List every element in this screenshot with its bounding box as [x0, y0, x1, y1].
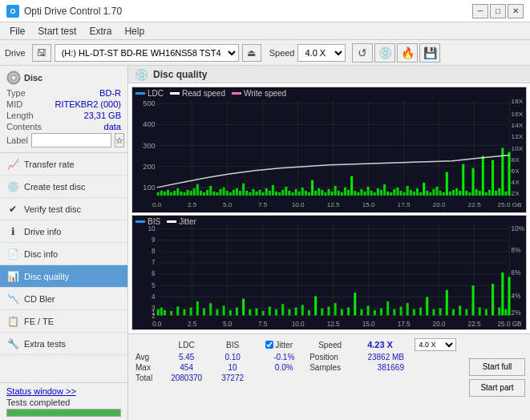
avg-spacer — [253, 352, 261, 362]
disc-label-row: Label ☆ — [6, 133, 121, 147]
menu-file[interactable]: File — [3, 24, 31, 38]
svg-rect-246 — [479, 308, 481, 316]
disc-svg-icon — [6, 71, 21, 85]
svg-rect-56 — [200, 191, 202, 196]
eject-button[interactable]: ⏏ — [242, 44, 261, 62]
top-chart-legend: LDC Read speed Write speed — [136, 89, 286, 98]
samples-value: 381669 — [353, 362, 407, 373]
refresh-button[interactable]: ↺ — [352, 43, 373, 63]
sidebar-item-cd-bler[interactable]: 📉 CD Bler — [0, 288, 127, 310]
speed-select-stats[interactable]: 4.0 X — [415, 338, 456, 351]
samples-label: Samples — [307, 362, 353, 373]
drive-select[interactable]: (H:) HL-DT-ST BD-RE WH16NS58 TST4 — [55, 44, 239, 62]
svg-rect-230 — [374, 310, 376, 316]
close-button[interactable]: ✕ — [508, 4, 524, 18]
ldc-legend: LDC — [136, 89, 164, 98]
verify-test-disc-icon: ✔ — [6, 203, 19, 216]
svg-rect-86 — [298, 192, 301, 196]
read-speed-legend: Read speed — [170, 89, 225, 98]
drivebar: Drive 🖫 (H:) HL-DT-ST BD-RE WH16NS58 TST… — [0, 40, 530, 66]
svg-rect-58 — [206, 190, 208, 196]
svg-text:0.0: 0.0 — [152, 319, 162, 327]
fe-te-icon: 📋 — [6, 315, 19, 328]
svg-rect-218 — [295, 308, 297, 316]
svg-rect-242 — [452, 309, 455, 316]
start-full-button[interactable]: Start full — [469, 358, 525, 376]
svg-rect-72 — [252, 189, 254, 196]
speed-select[interactable]: 4.0 X — [297, 44, 346, 62]
svg-rect-222 — [321, 309, 323, 316]
svg-text:18X: 18X — [512, 98, 524, 105]
total-jitter — [261, 373, 307, 383]
write-speed-legend-label: Write speed — [244, 89, 286, 98]
svg-rect-243 — [459, 306, 461, 316]
sidebar-item-transfer-rate[interactable]: 📈 Transfer rate — [0, 153, 127, 176]
svg-rect-84 — [291, 192, 293, 196]
svg-rect-119 — [407, 186, 409, 196]
chart-area: LDC Read speed Write speed — [128, 83, 530, 333]
svg-text:2%: 2% — [512, 309, 521, 317]
svg-rect-142 — [482, 156, 484, 196]
svg-text:22.5: 22.5 — [468, 319, 481, 327]
svg-text:2.5: 2.5 — [188, 319, 197, 327]
svg-rect-200 — [176, 307, 179, 316]
svg-rect-149 — [504, 192, 507, 196]
burn-button[interactable]: 🔥 — [397, 43, 418, 63]
sidebar-item-drive-info[interactable]: ℹ Drive info — [0, 220, 127, 243]
svg-rect-197 — [160, 308, 163, 316]
svg-rect-91 — [314, 191, 317, 196]
svg-rect-87 — [301, 188, 304, 196]
disc-button[interactable]: 💿 — [374, 43, 395, 63]
svg-rect-101 — [347, 190, 350, 196]
menu-extra[interactable]: Extra — [83, 24, 118, 38]
disc-label-button[interactable]: ☆ — [115, 133, 124, 147]
sidebar-item-disc-info[interactable]: 📄 Disc info — [0, 243, 127, 265]
svg-rect-249 — [498, 308, 500, 316]
disc-type-label: Type — [6, 88, 26, 98]
svg-text:500: 500 — [143, 99, 155, 107]
svg-rect-216 — [281, 304, 284, 315]
svg-rect-54 — [193, 188, 196, 196]
content-area: 💿 Disc quality LDC Read speed — [128, 66, 530, 420]
avg-label: Avg — [133, 352, 160, 362]
svg-rect-245 — [471, 285, 474, 315]
svg-rect-62 — [219, 189, 221, 196]
svg-text:20.0: 20.0 — [433, 319, 446, 327]
drive-label: Drive — [5, 48, 26, 58]
sidebar-item-disc-quality[interactable]: 📊 Disc quality — [0, 265, 127, 288]
speed-value-header: 4.23 X — [353, 337, 407, 352]
svg-rect-147 — [498, 188, 500, 196]
svg-rect-129 — [439, 191, 442, 196]
sidebar-item-create-test-disc[interactable]: 💿 Create test disc — [0, 176, 127, 198]
start-part-button[interactable]: Start part — [469, 379, 525, 397]
svg-rect-93 — [321, 190, 323, 196]
content-header-title: Disc quality — [153, 69, 207, 80]
svg-rect-214 — [269, 307, 271, 316]
top-chart: LDC Read speed Write speed — [131, 87, 527, 213]
titlebar-left: O Opti Drive Control 1.70 — [6, 5, 122, 18]
menu-start-test[interactable]: Start test — [31, 24, 83, 38]
sidebar-item-extra-tests[interactable]: 🔧 Extra tests — [0, 333, 127, 355]
svg-rect-215 — [275, 309, 277, 316]
svg-text:1: 1 — [152, 309, 156, 317]
sidebar-item-verify-test-disc[interactable]: ✔ Verify test disc — [0, 198, 127, 220]
svg-text:8X: 8X — [512, 156, 520, 164]
jitter-checkbox[interactable] — [265, 341, 273, 349]
menu-help[interactable]: Help — [118, 24, 151, 38]
total-ldc: 2080370 — [160, 373, 212, 383]
col-spacer — [253, 337, 261, 352]
sidebar-item-fe-te[interactable]: 📋 FE / TE — [0, 310, 127, 333]
avg-bis: 0.10 — [212, 352, 253, 362]
svg-text:7: 7 — [152, 258, 156, 266]
minimize-button[interactable]: ─ — [472, 4, 488, 18]
disc-label-input[interactable] — [31, 133, 111, 147]
maximize-button[interactable]: □ — [490, 4, 506, 18]
svg-text:0.0: 0.0 — [152, 201, 162, 208]
status-window-button[interactable]: Status window >> — [6, 386, 76, 396]
svg-text:2.5: 2.5 — [188, 201, 197, 208]
toolbar-icons: ↺ 💿 🔥 💾 — [352, 43, 440, 63]
svg-rect-89 — [308, 192, 310, 196]
progress-bar-fill — [7, 410, 120, 416]
max-label: Max — [133, 362, 160, 373]
save-button[interactable]: 💾 — [419, 43, 440, 63]
